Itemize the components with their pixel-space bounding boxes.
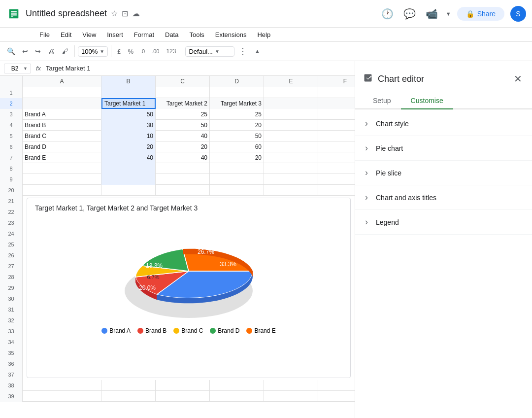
cell-e1[interactable] [264,87,318,98]
collapse-toolbar-button[interactable]: ▲ [251,46,263,57]
cell-f38[interactable] [318,380,355,391]
cell-c7[interactable]: 40 [156,152,210,163]
cell-a3[interactable]: Brand A [23,109,101,120]
cell-f9[interactable] [318,174,355,185]
row-num-32[interactable]: 32 [0,315,23,326]
cell-b2[interactable]: Target Market 1 [101,98,156,109]
editor-section-legend[interactable]: › Legend [355,210,532,235]
cell-c1[interactable] [156,87,210,98]
row-num-21[interactable]: 21 [0,196,23,207]
editor-section-pie-chart[interactable]: › Pie chart [355,136,532,161]
cell-d4[interactable]: 20 [210,120,264,131]
cell-c38[interactable] [156,380,210,391]
cell-c20[interactable] [156,185,210,196]
col-header-e[interactable]: E [264,76,318,87]
formula-input[interactable]: Target Market 1 [46,65,351,72]
star-icon[interactable]: ☆ [111,9,118,18]
cell-c6[interactable]: 20 [156,141,210,152]
undo-button[interactable]: ↩ [19,45,31,57]
cell-d39[interactable] [210,391,264,402]
cell-e38[interactable] [264,380,318,391]
cell-a7[interactable]: Brand E [23,152,101,163]
menu-help[interactable]: Help [252,30,275,39]
row-num-9[interactable]: 9 [0,174,23,185]
cell-e9[interactable] [264,174,318,185]
col-header-a[interactable]: A [23,76,101,87]
cell-d38[interactable] [210,380,264,391]
cell-e7[interactable] [264,152,318,163]
paint-format-button[interactable]: 🖌 [59,45,71,57]
row-num-35[interactable]: 35 [0,348,23,358]
editor-section-chart-style[interactable]: › Chart style [355,111,532,136]
cell-c8[interactable] [156,163,210,174]
col-header-b[interactable]: B [101,76,156,87]
cell-a9[interactable] [23,174,101,185]
row-num-2[interactable]: 2 [0,98,23,109]
menu-view[interactable]: View [77,30,101,39]
cell-e8[interactable] [264,163,318,174]
cell-d8[interactable] [210,163,264,174]
row-num-25[interactable]: 25 [0,239,23,250]
row-num-28[interactable]: 28 [0,272,23,282]
cell-b9[interactable] [101,174,156,185]
cell-a1[interactable] [23,87,101,98]
cell-f7[interactable] [318,152,355,163]
cell-a2[interactable] [23,98,101,109]
editor-section-chart-axis-titles[interactable]: › Chart and axis titles [355,185,532,210]
zoom-dropdown-icon[interactable]: ▼ [100,49,104,54]
menu-edit[interactable]: Edit [56,30,76,39]
editor-section-pie-slice[interactable]: › Pie slice [355,161,532,185]
menu-tools[interactable]: Tools [184,30,209,39]
col-header-d[interactable]: D [210,76,264,87]
cell-b8[interactable] [101,163,156,174]
number-format-button[interactable]: 123 [163,46,179,57]
cell-a5[interactable]: Brand C [23,131,101,141]
cell-e6[interactable] [264,141,318,152]
print-button[interactable]: 🖨 [45,45,58,57]
cell-e5[interactable] [264,131,318,141]
percent-button[interactable]: % [125,46,136,57]
cell-c2[interactable]: Target Market 2 [156,98,210,109]
cell-f8[interactable] [318,163,355,174]
cell-c3[interactable]: 25 [156,109,210,120]
cell-d5[interactable]: 50 [210,131,264,141]
cell-c39[interactable] [156,391,210,402]
history-button[interactable]: 🕐 [379,6,396,22]
row-num-26[interactable]: 26 [0,250,23,261]
row-num-4[interactable]: 4 [0,120,23,131]
cell-ref-dropdown[interactable]: ▼ [23,66,28,71]
cell-d9[interactable] [210,174,264,185]
cell-a4[interactable]: Brand B [23,120,101,131]
row-num-5[interactable]: 5 [0,131,23,141]
folder-icon[interactable]: ⊡ [122,9,128,18]
cell-e3[interactable] [264,109,318,120]
cell-c4[interactable]: 50 [156,120,210,131]
cell-f1[interactable] [318,87,355,98]
cell-d3[interactable]: 25 [210,109,264,120]
decimal-increase-button[interactable]: .00 [149,46,162,56]
row-num-29[interactable]: 29 [0,282,23,293]
currency-button[interactable]: £ [114,46,124,57]
row-num-39[interactable]: 39 [0,391,23,402]
row-num-20[interactable]: 20 [0,185,23,196]
cell-b20[interactable] [101,185,156,196]
redo-button[interactable]: ↪ [32,45,44,57]
col-header-c[interactable]: C [156,76,210,87]
cell-b38[interactable] [101,380,156,391]
cell-e20[interactable] [264,185,318,196]
video-button[interactable]: 📹 [424,6,440,22]
menu-format[interactable]: Format [129,30,159,39]
search-button[interactable]: 🔍 [4,45,18,57]
cloud-icon[interactable]: ☁ [132,9,140,18]
cell-a6[interactable]: Brand D [23,141,101,152]
row-num-6[interactable]: 6 [0,141,23,152]
tab-setup[interactable]: Setup [363,93,401,109]
cell-f6[interactable] [318,141,355,152]
cell-b39[interactable] [101,391,156,402]
cell-e4[interactable] [264,120,318,131]
cell-e2[interactable] [264,98,318,109]
row-num-24[interactable]: 24 [0,228,23,239]
cell-b1[interactable] [101,87,156,98]
menu-file[interactable]: File [34,30,55,39]
decimal-decrease-button[interactable]: .0 [137,46,148,56]
